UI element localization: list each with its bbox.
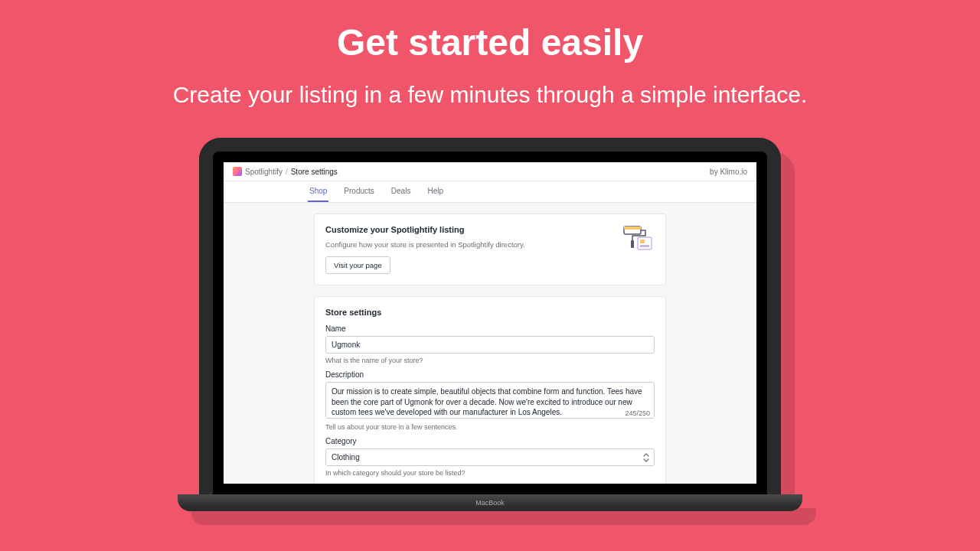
hero-title: Get started easily bbox=[0, 0, 980, 64]
breadcrumb: Spotlightify / Store settings bbox=[233, 167, 338, 176]
laptop-brand: MacBook bbox=[475, 499, 505, 507]
tab-deals[interactable]: Deals bbox=[390, 181, 413, 202]
breadcrumb-app[interactable]: Spotlightify bbox=[245, 168, 283, 176]
paint-roller-icon bbox=[619, 223, 655, 257]
name-label: Name bbox=[325, 324, 655, 333]
store-settings-card: Store settings Name What is the name of … bbox=[314, 296, 666, 484]
char-count: 245/250 bbox=[625, 409, 650, 417]
svg-rect-4 bbox=[640, 240, 645, 243]
screen-bezel: Spotlightify / Store settings by Klimo.i… bbox=[213, 152, 767, 494]
category-select-wrap: Clothing bbox=[325, 448, 655, 466]
customize-title: Customize your Spotlightify listing bbox=[325, 225, 655, 234]
tab-help[interactable]: Help bbox=[426, 181, 445, 202]
hero-subtitle: Create your listing in a few minutes thr… bbox=[0, 82, 980, 108]
svg-rect-2 bbox=[631, 240, 634, 248]
app-icon bbox=[233, 167, 242, 176]
customize-desc: Configure how your store is presented in… bbox=[325, 240, 655, 249]
breadcrumb-page: Store settings bbox=[291, 168, 338, 176]
content: Customize your Spotlightify listing Conf… bbox=[314, 214, 666, 484]
tab-shop[interactable]: Shop bbox=[308, 181, 328, 202]
description-wrap: 245/250 bbox=[325, 382, 655, 420]
description-input[interactable] bbox=[325, 382, 655, 419]
category-helper: In which category should your store be l… bbox=[325, 469, 655, 477]
tab-products[interactable]: Products bbox=[342, 181, 375, 202]
visit-page-button[interactable]: Visit your page bbox=[325, 256, 390, 274]
laptop-mockup: Spotlightify / Store settings by Klimo.i… bbox=[199, 138, 781, 511]
app-screen: Spotlightify / Store settings by Klimo.i… bbox=[224, 162, 756, 484]
description-label: Description bbox=[325, 370, 655, 379]
name-input[interactable] bbox=[325, 336, 655, 354]
by-link[interactable]: by Klimo.io bbox=[710, 168, 747, 176]
category-label: Category bbox=[325, 437, 655, 445]
store-settings-title: Store settings bbox=[325, 308, 655, 317]
laptop-base: MacBook bbox=[178, 494, 802, 511]
logo-label: Logo bbox=[325, 483, 655, 484]
topbar: Spotlightify / Store settings by Klimo.i… bbox=[224, 162, 756, 181]
description-helper: Tell us about your store in a few senten… bbox=[325, 423, 655, 431]
svg-rect-5 bbox=[640, 245, 649, 247]
svg-rect-1 bbox=[624, 227, 641, 230]
laptop-frame: Spotlightify / Store settings by Klimo.i… bbox=[199, 138, 781, 494]
category-select[interactable]: Clothing bbox=[325, 448, 655, 466]
tabs: Shop Products Deals Help bbox=[224, 181, 756, 203]
name-helper: What is the name of your store? bbox=[325, 357, 655, 364]
customize-card: Customize your Spotlightify listing Conf… bbox=[314, 214, 666, 285]
breadcrumb-separator: / bbox=[286, 168, 288, 176]
